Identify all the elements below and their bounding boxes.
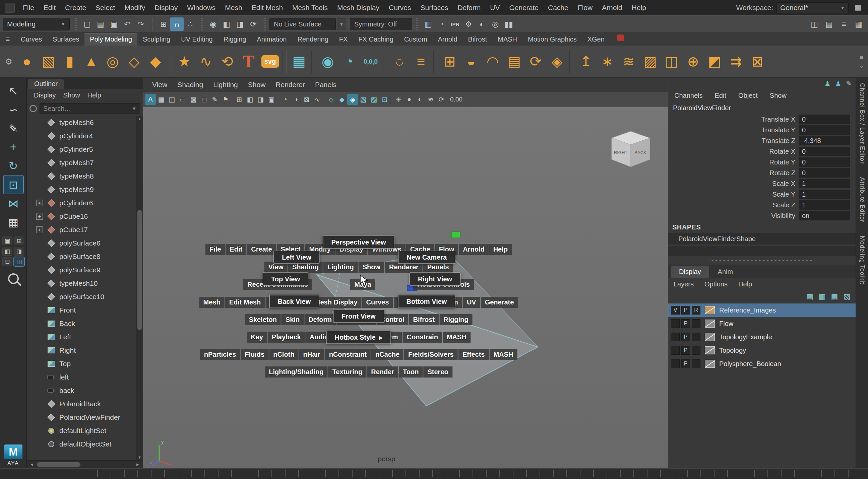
selection-highlight-icon[interactable]: A (145, 94, 156, 105)
render-settings-icon[interactable]: ⚙ (462, 18, 475, 31)
wrap-sphere-icon[interactable]: ⊕ (682, 47, 704, 76)
set-time-icon[interactable]: ◔ (339, 47, 360, 76)
pane-four-layout[interactable]: ⊞ (14, 236, 24, 245)
hotbox-style-button[interactable]: Hotbox Style ▶ (326, 331, 391, 344)
star-primitive-icon[interactable]: ∗ (596, 47, 618, 76)
quad-patch-icon[interactable]: ⊞ (439, 47, 461, 76)
hotbox-menu-item[interactable]: Skin (281, 314, 304, 325)
back-view-button[interactable]: Back View (270, 295, 319, 308)
viewport-menu-item[interactable]: Renderer (271, 81, 310, 89)
make-live-icon[interactable]: ◉ (207, 18, 220, 31)
scroll-down-icon[interactable]: ▼ (136, 454, 143, 460)
sidebar-tab[interactable]: Attribute Editor (859, 177, 866, 222)
hotbox-menu-item[interactable]: Bifrost (409, 314, 439, 325)
shelf-tab[interactable]: MASH (492, 33, 523, 45)
outliner-menu-item[interactable]: Show (60, 91, 84, 99)
expand-icon[interactable]: + (36, 213, 43, 220)
shelf-tab[interactable]: Rendering (292, 33, 334, 45)
divider[interactable] (433, 51, 437, 73)
attribute-value-field[interactable]: 1 (799, 179, 850, 188)
select-tool[interactable]: ↖ (4, 82, 23, 100)
hotbox-menu-item[interactable]: Generate (481, 297, 518, 308)
outliner-item[interactable]: + polySurface8 (27, 250, 136, 263)
shelf-tab[interactable]: Motion Graphics (523, 33, 582, 45)
layer-editor-tab[interactable]: Display (671, 266, 709, 278)
exposure-icon[interactable]: ◔ (280, 94, 290, 105)
outliner-item[interactable]: + polySurface6 (27, 236, 136, 250)
channel-box-menu-item[interactable]: Edit (715, 92, 726, 99)
oversampling-icon[interactable]: ◨ (255, 94, 266, 105)
wireframe-on-shaded-icon[interactable]: ▧ (358, 94, 369, 105)
toolbar-grip[interactable] (201, 18, 203, 30)
hotbox-menu-item[interactable]: Arnold (459, 244, 488, 255)
mash-grid-icon[interactable]: ▦ (288, 47, 310, 76)
resolution-gate-icon[interactable]: ▭ (177, 94, 188, 105)
snap-to-grids-icon[interactable]: ⊞ (157, 18, 170, 31)
checker-icon[interactable]: ◈ (546, 47, 568, 76)
attribute-value-field[interactable]: 0 (799, 168, 850, 178)
hotbox-menu-item[interactable]: Show (359, 262, 384, 273)
toolbar-grip[interactable] (416, 18, 418, 30)
outliner-tab[interactable]: Outliner (28, 79, 64, 89)
channel-edit-icon[interactable]: ✎ (846, 79, 851, 88)
expand-icon[interactable]: + (36, 200, 43, 206)
hotbox-menu-item[interactable]: Effects (459, 349, 489, 360)
viewport-menu-item[interactable]: View (147, 81, 172, 89)
viewport-menu-item[interactable]: Panels (310, 81, 341, 89)
menu-item[interactable]: Mesh (220, 0, 247, 15)
outliner-item[interactable]: + PolaroidBack (27, 397, 136, 411)
create-layer-from-selected-button[interactable]: ▥ (819, 292, 826, 301)
channel-box-menu-item[interactable]: Object (738, 92, 758, 99)
origin-xyz-icon[interactable]: 0,0,0 (360, 47, 381, 76)
front-view-button[interactable]: Front View (333, 310, 384, 323)
menu-item[interactable]: Arnold (597, 0, 627, 15)
wireframe-icon[interactable]: ◇ (326, 94, 337, 105)
create-empty-layer-button[interactable]: ▤ (806, 292, 813, 301)
poly-plane-icon[interactable]: ◇ (123, 47, 145, 76)
filter-icon[interactable] (30, 105, 37, 112)
zoom-tool-icon[interactable] (8, 273, 19, 284)
time-slider[interactable] (0, 468, 868, 479)
move-layer-down-button[interactable]: ▧ (843, 292, 850, 301)
outliner-item[interactable]: + defaultLightSet (27, 424, 136, 438)
ipr-render-icon[interactable]: IPR (448, 18, 462, 31)
divider[interactable] (390, 95, 393, 104)
layer-row[interactable]: V P R Reference_Images (668, 304, 856, 317)
extrude-icon[interactable]: ↥ (575, 47, 596, 76)
attribute-value-field[interactable]: 0 (799, 115, 850, 124)
pane-left-layout[interactable]: ◧ (2, 247, 12, 256)
lattice-circle-icon[interactable]: ◌ (389, 47, 410, 76)
layer-mode-checkbox[interactable]: R (692, 306, 701, 315)
toon-outline-icon[interactable]: ◎ (489, 18, 502, 31)
outliner-menu-item[interactable]: Display (30, 91, 60, 99)
scrollbar-thumb[interactable] (137, 210, 142, 330)
layer-playback-checkbox[interactable]: P (681, 319, 690, 328)
workspace-settings-icon[interactable]: ▦ (852, 3, 864, 13)
layer-color-swatch[interactable] (705, 306, 715, 314)
layer-color-swatch[interactable] (705, 333, 715, 341)
right-view-button[interactable]: Right View (409, 273, 461, 286)
hotbox-menu-item[interactable]: Texturing (329, 366, 367, 378)
divider[interactable] (569, 51, 574, 73)
pane-outliner-layout[interactable]: ◫ (14, 257, 24, 266)
sidebar-tab[interactable]: Modeling Toolkit (859, 236, 866, 284)
field-chart-icon[interactable]: ◻ (199, 94, 210, 105)
layer-menu-item[interactable]: Help (738, 280, 752, 288)
pane-right-layout[interactable]: ◨ (14, 247, 24, 256)
layer-color-swatch[interactable] (705, 320, 715, 328)
character-set-icon[interactable]: ♟ (825, 79, 831, 88)
scroll-left-icon[interactable]: ◄ (28, 462, 35, 467)
layer-mode-checkbox[interactable] (692, 319, 701, 328)
outliner-item[interactable]: + typeMesh10 (27, 277, 136, 290)
layer-menu-item[interactable]: Layers (674, 280, 694, 288)
gear-icon[interactable]: ⚙ (1, 47, 16, 76)
hotbox-menu-item[interactable]: Fields/Solvers (404, 349, 458, 360)
attribute-value-field[interactable]: 0 (799, 147, 850, 156)
delete-shelf-icon[interactable] (617, 34, 624, 41)
pane-single-layout[interactable]: ▣ (2, 236, 12, 245)
shelf-tab[interactable]: Curves (16, 33, 47, 45)
selected-object-name[interactable]: PolaroidViewFinder (668, 102, 856, 114)
panel-layout-icon[interactable]: ◫ (808, 18, 821, 31)
symmetry-tool[interactable]: ⋈ (4, 194, 23, 212)
panel-splitter[interactable] (668, 256, 856, 265)
